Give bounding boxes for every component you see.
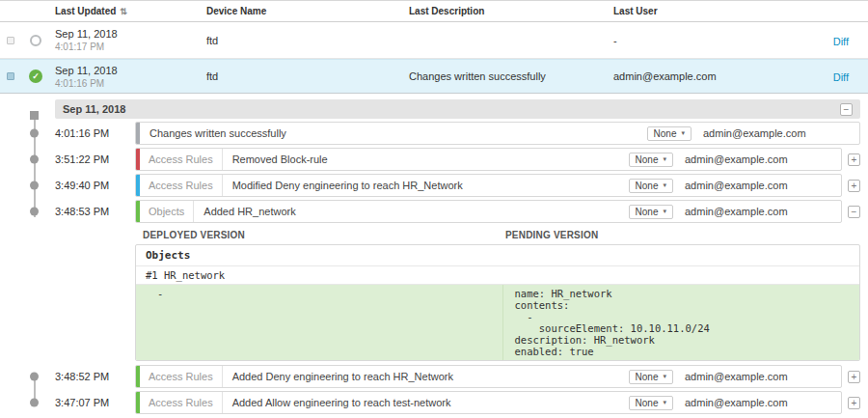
radio-unselected-icon[interactable] — [30, 35, 41, 46]
entry-time: 3:51:22 PM — [55, 153, 135, 165]
diff-link[interactable]: Diff — [833, 71, 849, 83]
timeline-entry: 3:47:07 PM Access Rules Added Allow engi… — [55, 391, 860, 414]
entry-card: Access Rules Removed Block-rule None ▾ a… — [135, 148, 842, 171]
entry-time: 3:48:52 PM — [55, 371, 135, 382]
entry-card: Access Rules Added Deny engineering to r… — [135, 365, 842, 388]
entry-user: admin@example.com — [685, 180, 841, 191]
timeline-dot-icon — [30, 373, 39, 381]
entry-card: Access Rules Modified Deny engineering t… — [135, 174, 842, 197]
entry-user: admin@example.com — [685, 153, 841, 165]
column-header-device-name: Device Name — [195, 6, 397, 16]
filter-value: None — [636, 154, 659, 165]
collapse-icon[interactable]: − — [848, 206, 860, 218]
column-header-last-user: Last User — [602, 6, 795, 16]
diff-item-label: #1 HR_network — [136, 266, 859, 285]
row-user: admin@example.com — [602, 70, 795, 82]
row-user: - — [602, 35, 795, 46]
entry-category: Access Rules — [140, 392, 223, 413]
deployed-version-header: DEPLOYED VERSION — [135, 226, 498, 244]
filter-dropdown[interactable]: None ▾ — [629, 179, 673, 193]
row-date: Sep 11, 2018 — [55, 28, 195, 40]
diff-panel: Objects #1 HR_network - name: HR_network… — [135, 244, 860, 361]
row-device-name: ftd — [195, 35, 397, 46]
column-header-last-description: Last Description — [397, 6, 602, 16]
row-description: Changes written successfully — [397, 70, 602, 82]
last-updated-label: Last Updated — [55, 6, 116, 16]
deployed-version-content: - — [136, 285, 503, 360]
diff-section-title: Objects — [136, 245, 859, 266]
entry-description: Added HR_network — [194, 206, 628, 217]
entry-time: 3:48:53 PM — [55, 206, 135, 217]
timeline-dot-icon — [30, 181, 39, 190]
filter-dropdown[interactable]: None ▾ — [647, 126, 692, 141]
collapse-icon[interactable]: − — [840, 103, 853, 116]
caret-down-icon: ▾ — [663, 399, 666, 406]
diff-version-headers: DEPLOYED VERSION PENDING VERSION — [135, 226, 860, 244]
filter-value: None — [636, 372, 659, 382]
entry-user: admin@example.com — [685, 206, 841, 217]
filter-value: None — [636, 398, 659, 408]
timeline-dot-icon — [30, 155, 39, 164]
timeline-entry: 4:01:16 PM Changes written successfully … — [55, 122, 860, 145]
timeline-entry: 3:51:22 PM Access Rules Removed Block-ru… — [55, 148, 860, 171]
entry-card: Changes written successfully None ▾ admi… — [135, 122, 860, 145]
timeline-dot-icon — [30, 399, 39, 407]
expand-icon[interactable]: + — [848, 180, 860, 192]
entry-category: Access Rules — [140, 175, 223, 196]
timeline-dot-icon — [30, 208, 39, 216]
deployment-history-table: Last Updated⇅ Device Name Last Descripti… — [0, 0, 868, 94]
table-row-selected[interactable]: ✓ Sep 11, 2018 4:01:16 PM ftd Changes wr… — [0, 59, 868, 94]
entry-time: 3:49:40 PM — [55, 180, 135, 191]
timeline-entry: 3:49:40 PM Access Rules Modified Deny en… — [55, 174, 860, 197]
row-device-name: ftd — [195, 70, 397, 82]
caret-down-icon: ▾ — [681, 129, 685, 137]
filter-value: None — [654, 128, 677, 139]
timeline-entry: 3:48:52 PM Access Rules Added Deny engin… — [55, 365, 860, 388]
entry-time: 4:01:16 PM — [55, 127, 135, 139]
expand-icon[interactable]: + — [848, 153, 860, 166]
timeline-entry: 3:48:53 PM Objects Added HR_network None… — [55, 200, 860, 223]
filter-dropdown[interactable]: None ▾ — [629, 205, 673, 219]
filter-dropdown[interactable]: None ▾ — [629, 153, 673, 167]
entry-category: Objects — [140, 201, 194, 222]
entry-user: admin@example.com — [685, 397, 841, 408]
caret-down-icon: ▾ — [663, 155, 666, 163]
sort-icon[interactable]: ⇅ — [120, 7, 127, 16]
entry-description: Changes written successfully — [140, 127, 647, 139]
diff-link[interactable]: Diff — [833, 36, 849, 47]
entry-time: 3:47:07 PM — [55, 397, 135, 408]
filter-value: None — [636, 207, 659, 217]
entry-card: Access Rules Added Allow engineering to … — [135, 391, 842, 414]
pending-version-header: PENDING VERSION — [498, 226, 860, 244]
date-group-label: Sep 11, 2018 — [63, 103, 840, 115]
row-checkbox[interactable] — [7, 37, 14, 44]
column-header-last-updated[interactable]: Last Updated⇅ — [50, 6, 195, 16]
table-row[interactable]: Sep 11, 2018 4:01:17 PM ftd - Diff — [0, 22, 868, 59]
caret-down-icon: ▾ — [663, 181, 666, 189]
entry-user: admin@example.com — [703, 127, 859, 139]
entry-card: Objects Added HR_network None ▾ admin@ex… — [135, 200, 842, 223]
row-checkbox[interactable] — [7, 72, 14, 80]
entry-user: admin@example.com — [685, 371, 841, 382]
row-time: 4:01:17 PM — [55, 42, 195, 52]
filter-value: None — [636, 181, 659, 191]
date-group-header: Sep 11, 2018 − — [55, 99, 860, 119]
change-timeline-section: Sep 11, 2018 − 4:01:16 PM Changes writte… — [0, 99, 868, 418]
entry-category: Access Rules — [140, 366, 223, 387]
table-header-row: Last Updated⇅ Device Name Last Descripti… — [0, 1, 868, 22]
filter-dropdown[interactable]: None ▾ — [629, 396, 673, 410]
pending-version-content: name: HR_network contents: - sourceEleme… — [503, 285, 860, 360]
diff-viewer: DEPLOYED VERSION PENDING VERSION Objects… — [135, 226, 860, 361]
entry-category: Access Rules — [140, 149, 223, 170]
timeline-dot-icon — [30, 129, 39, 138]
deploy-success-icon: ✓ — [29, 70, 42, 83]
row-time: 4:01:16 PM — [55, 78, 195, 89]
timeline-group-marker-icon — [30, 111, 39, 120]
filter-dropdown[interactable]: None ▾ — [629, 370, 673, 384]
entry-description: Added Deny engineering to reach HR_Netwo… — [223, 371, 629, 382]
caret-down-icon: ▾ — [663, 208, 666, 215]
expand-icon[interactable]: + — [848, 397, 860, 409]
expand-icon[interactable]: + — [848, 371, 860, 383]
entry-description: Removed Block-rule — [223, 153, 629, 165]
caret-down-icon: ▾ — [663, 373, 666, 380]
